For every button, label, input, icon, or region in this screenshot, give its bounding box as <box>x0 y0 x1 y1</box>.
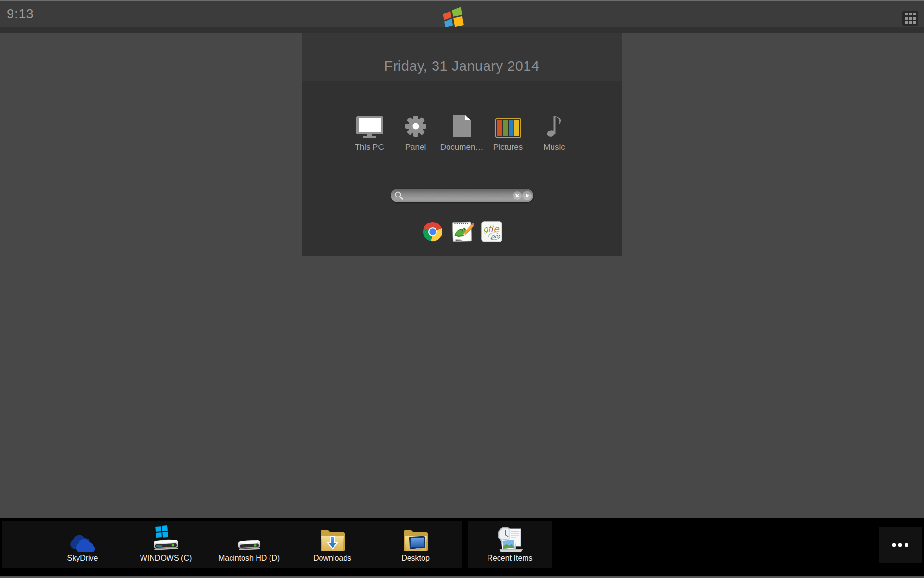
dock-label: Desktop <box>401 554 430 563</box>
tile-label: Panel <box>405 143 426 152</box>
search-input[interactable] <box>405 190 506 202</box>
document-icon <box>452 108 472 138</box>
desktop: 9:13 Friday, 31 January 2014 <box>0 0 924 578</box>
search-go-button[interactable] <box>522 191 532 200</box>
gear-icon <box>404 108 427 138</box>
pinned-apps-row: gf i e pro <box>302 221 622 243</box>
monitor-icon <box>356 108 384 138</box>
app-chrome[interactable] <box>422 221 444 243</box>
search-row <box>302 189 622 202</box>
grid-icon <box>905 13 916 24</box>
start-panel: Friday, 31 January 2014 This PC <box>302 33 622 256</box>
windows-flag-icon[interactable] <box>442 7 464 28</box>
folder-download-icon <box>319 523 346 553</box>
ellipsis-icon <box>892 543 896 547</box>
date-text: Friday, 31 January 2014 <box>384 58 539 74</box>
play-arrow-icon <box>526 193 529 198</box>
chrome-icon <box>422 221 444 243</box>
shortcut-tiles: This PC Panel <box>302 108 622 152</box>
tile-label: Music <box>543 143 565 152</box>
panel-header: Friday, 31 January 2014 <box>302 33 622 81</box>
tile-music[interactable]: Music <box>534 108 575 152</box>
app-greenfish-icon-editor[interactable]: gf i e pro <box>481 221 502 242</box>
tile-this-pc[interactable]: This PC <box>349 108 390 152</box>
top-bar: 9:13 <box>0 0 924 27</box>
dock-label: Macintosh HD (D) <box>218 554 280 563</box>
dock-group-recent: Recent Items <box>468 521 552 568</box>
screen-bottom-strip <box>0 576 924 578</box>
dock-group-main: SkyDrive <box>2 521 462 568</box>
tile-label: Documen… <box>440 143 484 152</box>
tile-documents[interactable]: Documen… <box>442 108 482 152</box>
dock-item-macintosh-hd[interactable]: Macintosh HD (D) <box>207 521 291 568</box>
apps-grid-button[interactable] <box>902 11 918 26</box>
tile-panel[interactable]: Panel <box>396 108 436 152</box>
tile-label: Pictures <box>493 143 523 152</box>
clear-search-button[interactable] <box>513 191 522 200</box>
hdd-windows-icon <box>152 523 180 553</box>
dock-label: Downloads <box>313 554 351 563</box>
clock: 9:13 <box>7 7 34 22</box>
notepad-plus-plus-icon <box>451 221 474 243</box>
picture-stripes-icon <box>495 108 521 138</box>
dock-label: WINDOWS (C) <box>140 554 192 563</box>
dock-item-desktop[interactable]: Desktop <box>374 521 457 568</box>
dock-label: Recent Items <box>487 554 532 563</box>
top-bar-shadow <box>0 27 924 33</box>
app-notepad-plus-plus[interactable] <box>451 221 474 243</box>
music-note-icon <box>545 108 564 138</box>
svg-text:pro: pro <box>491 233 500 240</box>
tile-label: This PC <box>355 143 384 152</box>
tile-pictures[interactable]: Pictures <box>488 108 528 152</box>
search-icon <box>394 191 404 200</box>
hdd-icon <box>235 523 264 553</box>
dock-more-button[interactable] <box>879 527 922 563</box>
dock-item-windows-c[interactable]: WINDOWS (C) <box>124 521 207 568</box>
dock-item-recent-items[interactable]: Recent Items <box>468 521 552 568</box>
dock-item-skydrive[interactable]: SkyDrive <box>41 521 124 568</box>
svg-text:e: e <box>493 223 500 234</box>
skydrive-clouds-icon <box>68 523 98 553</box>
recent-items-icon <box>496 523 525 553</box>
gfie-pro-icon: gf i e pro <box>481 221 502 242</box>
search-bar <box>391 189 533 202</box>
taskbar: SkyDrive <box>0 518 924 576</box>
dock-label: SkyDrive <box>67 554 98 563</box>
dock-item-downloads[interactable]: Downloads <box>291 521 374 568</box>
folder-desktop-icon <box>402 523 430 553</box>
